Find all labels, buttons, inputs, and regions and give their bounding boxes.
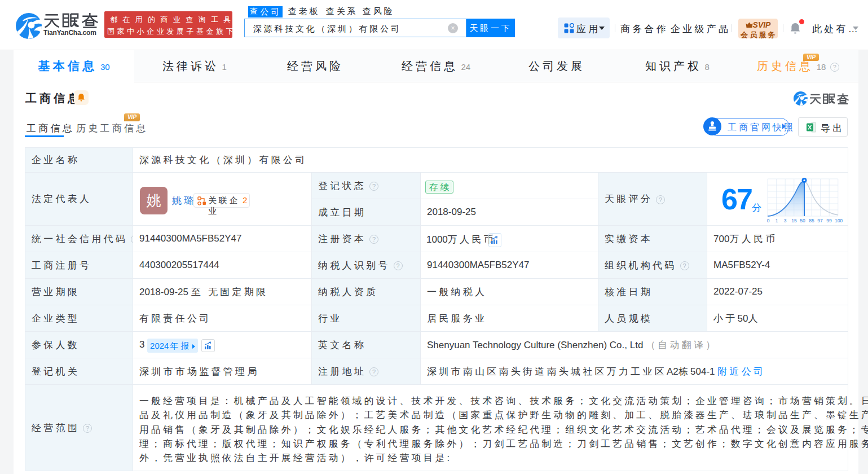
svg-text:3: 3 — [784, 218, 787, 223]
svg-text:97: 97 — [817, 218, 823, 223]
svg-text:85: 85 — [809, 218, 814, 223]
svg-text:100: 100 — [835, 218, 843, 223]
svg-text:0: 0 — [767, 218, 770, 223]
svg-text:15: 15 — [791, 218, 797, 223]
svg-text:50: 50 — [800, 218, 805, 223]
svg-text:99: 99 — [826, 218, 832, 223]
svg-text:1: 1 — [776, 218, 778, 223]
